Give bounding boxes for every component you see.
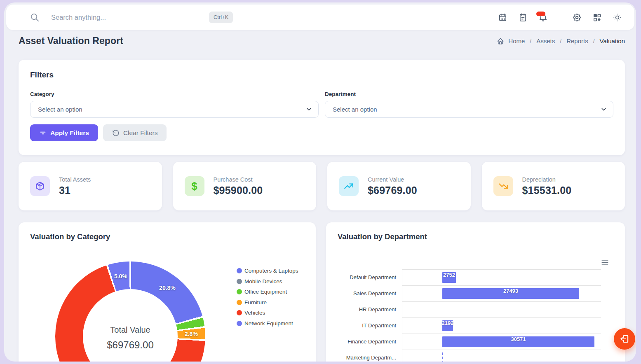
clipboard-icon[interactable] xyxy=(518,13,528,22)
logout-fab-button[interactable] xyxy=(614,328,635,350)
department-label: Department xyxy=(325,91,613,97)
breadcrumb-home[interactable]: Home xyxy=(508,37,525,44)
legend-label: Office Equipment xyxy=(244,289,287,295)
stat-value: $69769.00 xyxy=(368,184,417,196)
filters-card: Filters Category Select an option Depart… xyxy=(19,60,625,155)
bar xyxy=(442,352,443,362)
legend-dot xyxy=(237,279,242,284)
valuation-by-department-card: Valuation by Department Default Departme… xyxy=(326,222,625,362)
bar-value-label: 30571 xyxy=(511,334,526,345)
department-bar-chart: 275227493219230571 xyxy=(402,269,601,362)
bar-category-label: Default Department xyxy=(326,269,400,285)
bar-row xyxy=(402,301,601,317)
legend-item-mobile-devices[interactable]: Mobile Devices xyxy=(237,278,298,285)
legend-item-vehicles[interactable]: Vehicles xyxy=(237,310,298,316)
chevron-down-icon xyxy=(600,106,607,113)
reset-icon xyxy=(112,129,120,137)
donut-slice-label: 2.8% xyxy=(185,331,198,337)
legend-dot xyxy=(237,321,242,326)
filter-icon xyxy=(39,129,47,137)
dollar-icon: $ xyxy=(185,176,204,196)
stat-label: Depreciation xyxy=(522,176,572,183)
legend-item-office-equipment[interactable]: Office Equipment xyxy=(237,289,298,295)
topbar-divider xyxy=(560,11,560,23)
bar-row: 27493 xyxy=(402,285,601,301)
stat-label: Current Value xyxy=(368,176,417,183)
stat-card-purchase-cost: $Purchase Cost$95900.00 xyxy=(173,162,317,210)
category-select[interactable]: Select an option xyxy=(30,101,319,118)
bar-category-label: IT Department xyxy=(326,317,400,334)
breadcrumb-reports[interactable]: Reports xyxy=(566,37,588,44)
trending-down-icon xyxy=(493,176,513,196)
breadcrumb-separator: / xyxy=(530,38,531,44)
search-input[interactable] xyxy=(51,14,191,21)
legend-dot xyxy=(237,268,242,273)
chevron-down-icon xyxy=(305,106,312,113)
category-chart-legend: Computers & LaptopsMobile DevicesOffice … xyxy=(237,268,298,327)
settings-gear-icon[interactable] xyxy=(572,13,582,22)
bar-category-label: Marketing Departm... xyxy=(326,350,400,362)
donut-center-value: $69769.00 xyxy=(107,339,153,351)
bar-value-label: 27493 xyxy=(503,286,518,296)
stat-value: $95900.00 xyxy=(214,184,263,196)
stat-value: $15531.00 xyxy=(522,184,572,196)
donut-slice-label: 5.0% xyxy=(114,273,127,280)
bar-value-label: 2752 xyxy=(443,270,455,280)
clear-filters-button[interactable]: Clear Filters xyxy=(103,124,167,141)
stat-card-total-assets: Total Assets31 xyxy=(19,162,162,210)
logout-icon xyxy=(619,334,630,344)
valuation-by-category-card: Valuation by Category 20.8%2.8%5.0% Tota… xyxy=(19,222,316,362)
donut-center-label: Total Value xyxy=(110,325,150,335)
apps-grid-icon[interactable] xyxy=(592,13,602,22)
bar-row: 2752 xyxy=(402,269,601,285)
notification-bell-icon[interactable] xyxy=(538,13,548,22)
stat-card-depreciation: Depreciation$15531.00 xyxy=(482,162,625,210)
bar-category-label: Sales Department xyxy=(326,285,400,301)
theme-sun-icon[interactable] xyxy=(613,13,622,22)
trending-up-icon xyxy=(339,176,359,196)
chart-menu-icon[interactable] xyxy=(601,259,609,264)
notification-badge xyxy=(536,12,545,16)
bar-row: 2192 xyxy=(402,317,601,334)
filters-title: Filters xyxy=(30,70,613,79)
stat-card-current-value: Current Value$69769.00 xyxy=(327,162,471,210)
search-icon xyxy=(30,13,40,22)
legend-item-computers-laptops[interactable]: Computers & Laptops xyxy=(237,268,298,274)
department-select-value: Select an option xyxy=(333,106,377,113)
bar-row xyxy=(402,350,601,362)
bar-category-label: HR Department xyxy=(326,301,400,317)
legend-label: Network Equipment xyxy=(244,320,293,327)
breadcrumb-current: Valuation xyxy=(600,37,625,44)
app-container: Ctrl+K Asset Valuatio xyxy=(4,2,636,362)
calendar-icon[interactable] xyxy=(498,13,507,22)
bar-value-label: 2192 xyxy=(442,318,454,329)
department-select[interactable]: Select an option xyxy=(325,101,613,118)
legend-label: Mobile Devices xyxy=(244,278,282,285)
legend-dot xyxy=(237,300,242,305)
stat-label: Purchase Cost xyxy=(214,176,263,183)
package-icon xyxy=(30,176,50,196)
legend-label: Computers & Laptops xyxy=(244,268,298,274)
legend-item-network-equipment[interactable]: Network Equipment xyxy=(237,320,298,327)
bar-row: 30571 xyxy=(402,334,601,350)
category-label: Category xyxy=(30,91,319,97)
donut-slice-label: 20.8% xyxy=(159,285,176,291)
breadcrumb: Home / Assets / Reports / Valuation xyxy=(497,37,625,45)
breadcrumb-separator: / xyxy=(593,38,595,44)
category-select-value: Select an option xyxy=(38,106,82,113)
breadcrumb-separator: / xyxy=(560,38,561,44)
legend-dot xyxy=(237,289,242,294)
bar-category-label: Finance Department xyxy=(326,334,400,350)
breadcrumb-assets[interactable]: Assets xyxy=(536,37,555,44)
search-shortcut-badge: Ctrl+K xyxy=(209,12,233,23)
stat-value: 31 xyxy=(59,184,91,196)
home-icon[interactable] xyxy=(497,37,504,45)
stat-label: Total Assets xyxy=(59,176,91,183)
legend-label: Furniture xyxy=(244,299,267,306)
legend-item-furniture[interactable]: Furniture xyxy=(237,299,298,306)
stats-row: Total Assets31$Purchase Cost$95900.00Cur… xyxy=(19,162,625,210)
topbar: Ctrl+K xyxy=(6,5,634,30)
department-chart-title: Valuation by Department xyxy=(338,232,427,241)
legend-label: Vehicles xyxy=(244,310,265,316)
apply-filters-button[interactable]: Apply Filters xyxy=(30,124,98,141)
